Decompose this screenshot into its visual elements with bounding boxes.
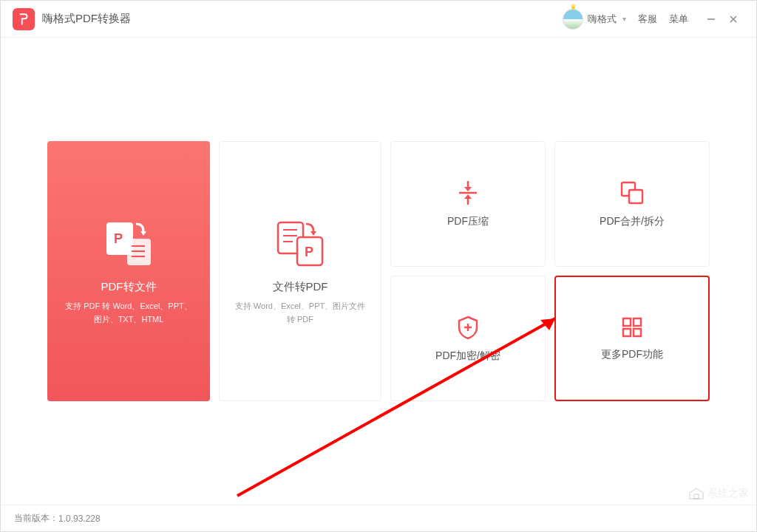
card-title: 文件转PDF: [273, 280, 328, 294]
svg-marker-14: [310, 231, 316, 236]
nav-menu[interactable]: 菜单: [669, 13, 688, 26]
main-content: P PDF转文件 支持 PDF 转 Word、Excel、PPT、图片、TXT、…: [1, 38, 756, 505]
card-title: PDF转文件: [101, 280, 157, 294]
pdf-to-file-icon: P: [99, 216, 158, 268]
card-pdf-merge-split[interactable]: PDF合并/拆分: [554, 141, 710, 267]
svg-rect-27: [634, 318, 641, 326]
watermark: 系统之家: [688, 487, 749, 500]
card-desc: 支持 Word、Excel、PPT、图片文件转 PDF: [220, 300, 381, 326]
version-value: 1.0.93.228: [58, 514, 101, 524]
app-logo-icon: [13, 8, 35, 30]
close-button[interactable]: [722, 8, 744, 30]
app-title: 嗨格式PDF转换器: [42, 12, 131, 26]
crown-icon: ♛: [570, 3, 577, 11]
svg-rect-29: [634, 329, 641, 336]
card-desc: 支持 PDF 转 Word、Excel、PPT、图片、TXT、HTML: [47, 300, 210, 326]
username: 嗨格式: [588, 13, 617, 26]
feature-grid: P PDF转文件 支持 PDF 转 Word、Excel、PPT、图片、TXT、…: [47, 141, 710, 401]
nav-support[interactable]: 客服: [638, 13, 657, 26]
svg-rect-28: [623, 329, 631, 336]
titlebar: 嗨格式PDF转换器 ♛ 嗨格式 ▾ 客服 菜单: [1, 1, 756, 38]
card-more-pdf[interactable]: 更多PDF功能: [554, 276, 710, 401]
compress-icon: [455, 180, 481, 206]
svg-rect-32: [694, 494, 699, 499]
card-title: 更多PDF功能: [601, 348, 663, 361]
svg-rect-26: [623, 318, 631, 326]
svg-rect-23: [629, 190, 642, 203]
card-pdf-encrypt[interactable]: PDF加密/解密: [390, 276, 546, 401]
user-area[interactable]: ♛ 嗨格式 ▾: [563, 9, 626, 30]
minimize-button[interactable]: [700, 8, 722, 30]
version-label: 当前版本：: [14, 512, 58, 525]
card-file-to-pdf[interactable]: P 文件转PDF 支持 Word、Excel、PPT、图片文件转 PDF: [219, 141, 381, 401]
footer: 当前版本： 1.0.93.228: [1, 505, 756, 531]
file-to-pdf-icon: P: [271, 216, 330, 268]
app-window: 嗨格式PDF转换器 ♛ 嗨格式 ▾ 客服 菜单 P: [0, 0, 757, 532]
svg-text:P: P: [305, 245, 313, 259]
svg-text:P: P: [114, 231, 123, 246]
merge-split-icon: [619, 180, 645, 206]
chevron-down-icon: ▾: [622, 15, 626, 23]
card-title: PDF合并/拆分: [600, 215, 665, 228]
card-title: PDF压缩: [447, 215, 489, 228]
card-pdf-to-file[interactable]: P PDF转文件 支持 PDF 转 Word、Excel、PPT、图片、TXT、…: [47, 141, 210, 401]
more-grid-icon: [620, 316, 644, 339]
avatar: [563, 9, 583, 30]
encrypt-icon: [455, 314, 481, 341]
svg-marker-5: [140, 231, 146, 236]
card-pdf-compress[interactable]: PDF压缩: [390, 141, 546, 267]
svg-marker-18: [464, 187, 472, 191]
card-title: PDF加密/解密: [435, 349, 500, 363]
